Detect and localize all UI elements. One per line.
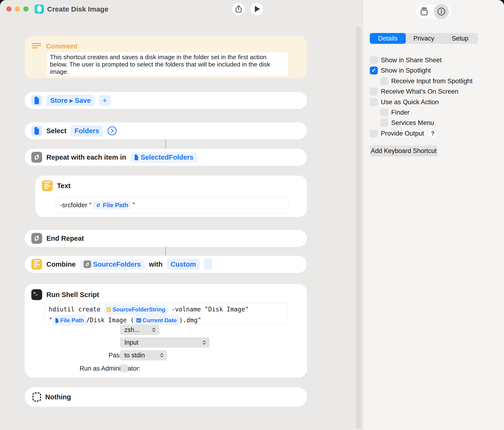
chevron-up-down-icon [198, 340, 206, 345]
action-select-folders[interactable]: Select Folders [25, 122, 307, 139]
checkbox-row-receive-whats-on-screen[interactable]: Receive What’s On Screen [370, 87, 459, 95]
checkbox-row-receive-input-from-spotlight[interactable]: Receive Input from Spotlight [380, 77, 472, 85]
checkbox[interactable] [380, 77, 388, 85]
checkbox[interactable] [380, 108, 388, 116]
checkbox[interactable] [370, 87, 378, 95]
checkbox[interactable] [370, 66, 378, 75]
pass-input-select[interactable]: to stdin [120, 350, 167, 360]
select-action-label: Select [46, 127, 66, 135]
add-parameter-button[interactable]: + [99, 95, 111, 106]
run-shortcut-button[interactable] [250, 3, 263, 15]
shell-action-title: Run Shell Script [46, 291, 99, 299]
input-select[interactable]: Input [120, 337, 210, 348]
checkbox-row-services-menu[interactable]: Services Menu [380, 119, 434, 127]
variable-label: File Path [60, 315, 84, 325]
inspector-tabs: Details Privacy Setup [370, 33, 478, 44]
code-segment: " [49, 317, 53, 324]
file-path-variable-label: File Path [103, 202, 128, 209]
checkbox-label: Show in Spotlight [381, 67, 431, 74]
text-content-field[interactable]: -srcfolder " File Path " [56, 197, 288, 213]
inspector-sidebar: Details Privacy Setup Show in Share Shee… [363, 0, 504, 430]
checkbox-row-use-as-quick-action[interactable]: Use as Quick Action [370, 98, 439, 106]
scrollbar[interactable] [356, 26, 361, 429]
checkbox[interactable] [370, 130, 378, 137]
select-type-parameter[interactable]: Folders [71, 125, 103, 137]
checkbox-row-finder[interactable]: Finder [380, 108, 410, 116]
action-library-button[interactable] [416, 7, 432, 16]
checkbox-label: Receive Input from Spotlight [391, 77, 472, 85]
run-as-admin-label: Run as Administrator: [80, 365, 140, 372]
expand-chevron-icon[interactable] [107, 126, 117, 136]
variable-label: SourceFolderString [113, 305, 165, 315]
tab-setup[interactable]: Setup [442, 33, 478, 44]
code-segment: /Disk Image ( [86, 317, 134, 324]
action-library-icon [420, 7, 429, 16]
tab-privacy[interactable]: Privacy [406, 33, 442, 44]
code-segment: ).dmg" [179, 317, 201, 324]
repeat-variable-label: SelectedFolders [141, 153, 193, 161]
shortcut-title: Create Disk Image [47, 5, 108, 13]
minimize-window-button[interactable] [15, 6, 20, 11]
chevron-up-down-icon [147, 327, 156, 332]
file-path-variable[interactable]: File Path [93, 201, 131, 210]
checkbox-label: Receive What’s On Screen [381, 88, 459, 95]
checkbox-row-show-in-spotlight[interactable]: Show in Spotlight [370, 66, 431, 75]
checkbox-row-show-in-share-sheet[interactable]: Show in Share Sheet [370, 56, 441, 64]
repeat-icon [31, 152, 42, 163]
shell-select[interactable]: zsh... [120, 325, 159, 335]
terminal-icon: >_ [31, 289, 42, 300]
comment-text-field[interactable]: This shortcut creates and saves a disk i… [47, 52, 288, 76]
run-as-admin-checkbox[interactable] [120, 365, 128, 373]
shell-script-field[interactable]: hdiutil create SourceFolderString -volna… [45, 303, 288, 325]
action-repeat[interactable]: Repeat with each item in SelectedFolders [25, 149, 307, 166]
checkbox[interactable] [370, 56, 378, 64]
end-repeat-label: End Repeat [46, 234, 84, 242]
file-icon [55, 318, 59, 323]
play-icon [255, 6, 260, 12]
checkbox-label: Finder [391, 109, 410, 116]
share-button[interactable] [232, 3, 245, 15]
file-path-variable[interactable]: File Path [53, 315, 86, 326]
text-before: -srcfolder " [60, 201, 91, 209]
action-store-save[interactable]: Store ▸ Save + [25, 92, 307, 109]
comment-action-title: Comment [46, 42, 78, 50]
combine-mode-parameter[interactable]: Custom [167, 259, 200, 270]
store-save-parameter[interactable]: Store ▸ Save [46, 95, 95, 106]
repeat-variable[interactable]: SelectedFolders [130, 152, 197, 163]
action-text[interactable]: Text -srcfolder " File Path " [35, 176, 307, 217]
zoom-window-button[interactable] [23, 6, 28, 11]
combine-separator-field[interactable] [204, 259, 212, 270]
shortcuts-window: Create Disk Image Comment Th [0, 0, 504, 430]
comment-icon [32, 43, 41, 49]
help-button[interactable]: ? [428, 129, 437, 138]
checkbox-label: Use as Quick Action [381, 98, 439, 106]
shortcut-editor: Create Disk Image Comment Th [0, 0, 363, 430]
text-action-title: Text [57, 182, 70, 190]
flow-connector [165, 139, 166, 149]
input-select-value: Input [124, 339, 138, 346]
action-run-shell-script[interactable]: >_ Run Shell Script hdiutil create Sourc… [25, 284, 307, 377]
close-window-button[interactable] [6, 6, 11, 11]
text-after: " [133, 201, 135, 209]
combine-variable[interactable]: SourceFolders [80, 259, 144, 270]
checkbox[interactable] [370, 98, 378, 106]
titlebar: Create Disk Image [0, 0, 363, 18]
combine-variable-label: SourceFolders [93, 261, 141, 268]
repeat-action-label: Repeat with each item in [46, 153, 126, 161]
action-comment[interactable]: Comment This shortcut creates and saves … [25, 36, 307, 78]
action-nothing[interactable]: Nothing [25, 387, 307, 407]
action-end-repeat[interactable]: End Repeat [25, 230, 307, 247]
combine-action-label: Combine [46, 261, 76, 268]
add-keyboard-shortcut-button[interactable]: Add Keyboard Shortcut [370, 145, 438, 157]
share-icon [235, 5, 242, 13]
tab-details[interactable]: Details [370, 33, 406, 44]
checkbox[interactable] [380, 119, 388, 127]
current-date-variable[interactable]: Current Date [134, 315, 179, 326]
checkbox-row-provide-output[interactable]: Provide Output ? [370, 130, 437, 137]
action-combine[interactable]: Combine SourceFolders with Custom [25, 256, 307, 273]
shortcut-details-button[interactable] [434, 4, 449, 19]
source-folder-string-variable[interactable]: SourceFolderString [104, 304, 168, 315]
flow-connector [165, 247, 166, 256]
checkbox-label: Provide Output [381, 130, 424, 137]
shortcuts-app-icon [35, 4, 44, 14]
